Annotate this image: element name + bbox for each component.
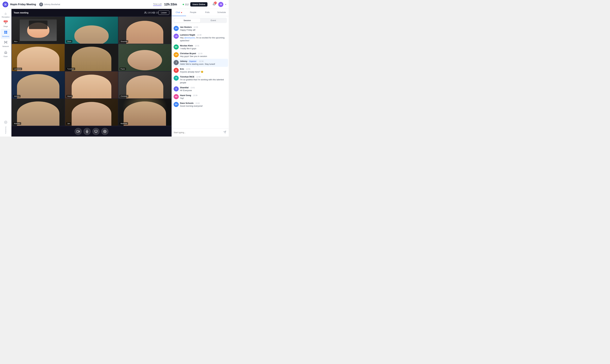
chat-input[interactable] — [174, 131, 223, 134]
video-name-johnny: Johnny — [13, 95, 21, 97]
video-cell-shantilal: Shantilal — [118, 17, 171, 44]
svg-rect-9 — [6, 32, 7, 34]
msg-name-4: Christian Bryant — [180, 52, 196, 55]
msg-avatar-turerkan: Tİ — [174, 76, 179, 81]
app-header: Hopin Friday Meeting JB Johnny Boufarhat… — [0, 0, 229, 9]
video-name-lameece: Lameece — [13, 68, 22, 70]
notifications-button[interactable]: 17 — [212, 2, 216, 7]
tab-schedule[interactable]: Schedule — [214, 9, 229, 16]
msg-text-10: Good morning everyone! — [180, 104, 227, 107]
subtab-event[interactable]: Event — [200, 18, 226, 23]
video-grid: Nico Dave Shantilal Lameece — [12, 16, 172, 126]
participants-count: 13/13 — [144, 12, 153, 14]
video-cell-turerkan: Turerkan — [65, 44, 118, 71]
svg-rect-24 — [77, 130, 79, 132]
tab-people[interactable]: People — [186, 9, 200, 16]
chat-message-8: S Shantilal · 13:01 Hi! Everyone — [174, 86, 227, 92]
msg-text-3: I really like it guys — [180, 47, 227, 50]
participants-label: 13/13 — [147, 12, 153, 14]
msg-avatar-christian: CB — [174, 52, 179, 57]
msg-text-9: Yay! — [180, 97, 227, 100]
chat-input-area — [172, 128, 229, 137]
sidebar-item-network[interactable]: Network — [1, 39, 11, 49]
time-value: 12h:33m — [164, 2, 177, 6]
camera-button[interactable] — [75, 128, 82, 135]
msg-avatar-erin: E — [174, 68, 179, 73]
viewers-label: 13 — [156, 12, 158, 14]
sidebar-item-expo[interactable]: Expo — [1, 49, 11, 59]
video-name-dave: Dave — [66, 40, 72, 43]
svg-point-20 — [5, 122, 6, 123]
msg-time-9: · 13:39 — [192, 94, 198, 96]
user-menu-chevron[interactable]: ▾ — [225, 3, 226, 6]
chat-message-9: HS Hazel Song · 13:39 Yay! — [174, 94, 227, 100]
expo-icon — [4, 51, 7, 55]
leave-button[interactable]: Leave — [158, 11, 169, 15]
msg-header-10: Dave Schools · 13:41 — [180, 102, 227, 104]
msg-avatar-nicolas: NK — [174, 44, 179, 50]
video-cell-matthew: Matthew — [118, 99, 171, 126]
video-name-nico: Nico — [13, 40, 18, 43]
sidebar-item-reception[interactable]: ⌂ Reception — [1, 10, 11, 20]
chat-message-10: DS Dave Schools · 13:41 Good morning eve… — [174, 102, 227, 107]
video-cell-mathieu: Mathieu — [12, 99, 65, 126]
msg-avatar-lameece: LN — [174, 34, 179, 39]
msg-header-9: Hazel Song · 13:39 — [180, 94, 227, 96]
sidebar-item-sessions[interactable]: Sessions — [1, 29, 11, 39]
sidebar: ⌂ Reception LIVE 🎙 Stage Sessions — [0, 9, 12, 137]
microphone-button[interactable] — [84, 128, 91, 135]
msg-time-10: · 13:41 — [194, 102, 200, 104]
video-controls — [12, 126, 172, 137]
msg-time-5: · 12:34 — [198, 60, 203, 62]
svg-point-13 — [4, 43, 5, 43]
chat-dot — [181, 12, 182, 13]
time-label: Time Left — [153, 3, 162, 6]
msg-text-6: Anyone already here? 😊 — [180, 70, 227, 73]
reception-icon: ⌂ — [5, 12, 7, 15]
video-cell-jan: Jan — [65, 99, 118, 126]
msg-content-6: Erin · 12:55 Anyone already here? 😊 — [180, 68, 227, 73]
svg-rect-8 — [4, 32, 6, 34]
tab-polls[interactable]: Polls — [200, 9, 215, 16]
msg-content-5: Johnny Organizer · 12:34 Hello! We're st… — [180, 60, 227, 65]
svg-line-17 — [5, 42, 5, 43]
msg-avatar-shantilal: S — [174, 86, 179, 91]
subtab-session[interactable]: Session — [174, 18, 200, 23]
msg-text-2: Hey @everyone, I'm so excited for the up… — [180, 36, 227, 42]
msg-text-7: I'm so grateful that I'm working with th… — [180, 78, 227, 84]
sidebar-network-label: Network — [2, 45, 9, 47]
chat-message-5: J Johnny Organizer · 12:34 Hello! We're … — [172, 59, 228, 67]
notification-badge: 17 — [214, 1, 217, 4]
video-cell-lameece: Lameece — [12, 44, 65, 71]
video-name-christian: Christian — [119, 95, 128, 97]
video-name-shantilal: Shantilal — [119, 40, 128, 43]
viewers-count: 13 — [153, 12, 158, 14]
msg-avatar-dave: DS — [174, 102, 179, 107]
settings-button[interactable] — [101, 128, 108, 135]
chat-tabs: Chat People Polls Schedule — [172, 9, 229, 16]
msg-header-2: Lameece Nagib · 12:30 — [180, 34, 227, 36]
svg-point-12 — [7, 41, 7, 42]
main-content: ⌂ Reception LIVE 🎙 Stage Sessions — [0, 9, 229, 137]
user-avatar[interactable]: JB — [218, 2, 223, 7]
msg-time-6: · 12:55 — [185, 68, 190, 70]
tab-chat[interactable]: Chat — [172, 9, 186, 16]
sidebar-reception-label: Reception — [2, 16, 10, 18]
sidebar-item-stage[interactable]: LIVE 🎙 Stage — [1, 20, 11, 29]
svg-point-22 — [154, 12, 154, 13]
video-header: Team meeting 13/13 13 Leave — [12, 9, 172, 16]
msg-header-3: Nicolas Klein · 12:31 — [180, 44, 227, 47]
msg-text-8: Hi! Everyone — [180, 89, 227, 92]
screen-share-button[interactable] — [93, 128, 99, 135]
organizer-badge: Organizer — [188, 60, 197, 62]
users-online-button[interactable]: Users Online — [190, 2, 207, 7]
msg-text-1: Happy Friday all! — [180, 28, 227, 31]
host-avatar: JB — [39, 2, 43, 6]
msg-time-1: · 12:30 — [193, 26, 198, 28]
msg-time-8: · 13:01 — [189, 87, 195, 89]
msg-header-8: Shantilal · 13:01 — [180, 86, 227, 89]
svg-point-30 — [105, 131, 105, 132]
chat-send-button[interactable] — [223, 130, 227, 135]
powered-by-label: Powered by — [5, 126, 7, 134]
online-section: 212 Users Online — [183, 2, 207, 7]
